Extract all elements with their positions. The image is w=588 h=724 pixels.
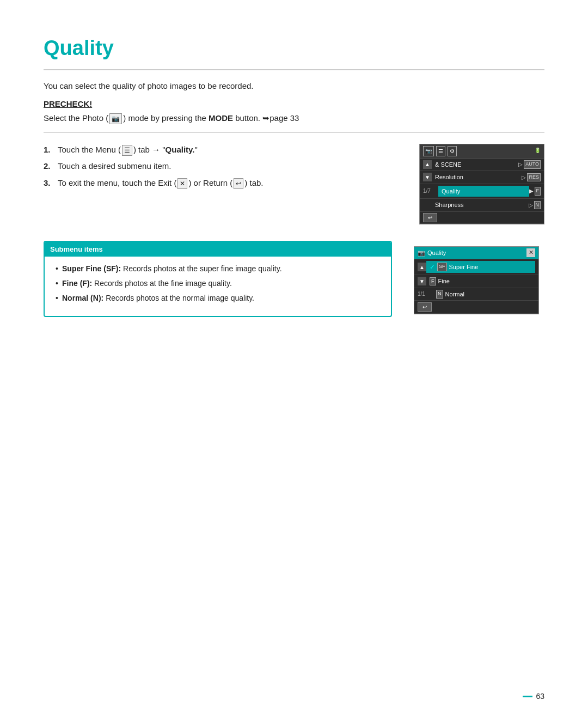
submenu-list: Super Fine (SF): Records photos at the s… (56, 263, 380, 304)
sharpness-item: Sharpness (432, 200, 529, 210)
return-icon: ↩ (234, 178, 243, 189)
list-tab-icon[interactable]: ☰ (436, 146, 445, 156)
submenu-item-fine: Fine (F): Records photos at the fine ima… (56, 278, 380, 289)
quality-up-row: ▲ ✓ SF Super Fine (414, 259, 538, 275)
resolution-value: ▷ RES (522, 173, 541, 182)
quality-item[interactable]: Quality (438, 186, 529, 197)
precheck-label: PRECHECK! (44, 98, 544, 111)
scene-item: & SCENE (432, 160, 518, 169)
check-icon: ✓ (430, 262, 435, 272)
sharpness-row: Sharpness ▷ N (420, 199, 544, 212)
menu-icon-group: 📷 ☰ ⚙ (423, 146, 457, 156)
step-3: 3. To exit the menu, touch the Exit (✕) … (44, 177, 392, 190)
battery-indicator: 🔋 (535, 147, 541, 155)
menu-top-bar: 📷 ☰ ⚙ 🔋 (420, 144, 544, 159)
resolution-item: Resolution (432, 173, 522, 182)
submenu-item-super-fine: Super Fine (SF): Records photos at the s… (56, 263, 380, 275)
sf-icon: SF (437, 263, 447, 271)
camera-tab-icon[interactable]: 📷 (423, 146, 434, 156)
exit-icon: ✕ (177, 178, 187, 189)
menu-icon: ☰ (122, 145, 132, 156)
quality-cam-icon: 📷 (418, 248, 425, 258)
quality-close-button[interactable]: ✕ (526, 248, 535, 257)
intro-text: You can select the quality of photo imag… (44, 80, 544, 93)
step-2-text: Touch a desired submenu item. (58, 160, 171, 173)
fine-desc: Records photos at the fine image quality… (94, 279, 232, 288)
super-fine-row[interactable]: ✓ SF Super Fine (426, 261, 535, 273)
fine-label: Fine (F): (62, 279, 92, 288)
quality-page-indicator: 1/1 (418, 290, 433, 298)
main-content-area: 1. Touch the Menu (☰) tab → "Quality." 2… (44, 144, 544, 224)
menu-down-row: ▼ Resolution ▷ RES (420, 171, 544, 184)
menu-back-row: ↩ (420, 212, 544, 224)
page-indicator: 1/7 (423, 187, 438, 195)
quality-down-button[interactable]: ▼ (418, 277, 426, 285)
normal-text: Normal (445, 290, 464, 299)
step-2-num: 2. (44, 160, 54, 173)
f-icon: F (430, 277, 436, 286)
quality-up-button[interactable]: ▲ (418, 263, 426, 271)
steps-list: 1. Touch the Menu (☰) tab → "Quality." 2… (44, 144, 392, 190)
auto-icon: AUTO (524, 160, 541, 169)
normal-label: Normal (N): (62, 294, 103, 302)
precheck-text: Select the Photo (📷) mode by pressing th… (44, 112, 544, 133)
super-fine-desc: Records photos at the super fine image q… (123, 264, 282, 273)
quality-value: ▶ F (529, 187, 541, 196)
normal-desc: Records photos at the normal image quali… (106, 294, 254, 302)
fine-row: ▼ F Fine (414, 275, 538, 288)
submenu-item-normal: Normal (N): Records photos at the normal… (56, 293, 380, 304)
super-fine-label: Super Fine (SF): (62, 264, 121, 273)
page-number: 63 (523, 691, 544, 702)
step-1: 1. Touch the Menu (☰) tab → "Quality." (44, 144, 392, 156)
submenu-title: Submenu items (45, 242, 391, 257)
menu-up-button[interactable]: ▲ (423, 160, 432, 169)
quality-row: 1/7 Quality ▶ F (420, 184, 544, 199)
quality-title-text: Quality (427, 248, 446, 258)
n-icon: N (436, 290, 443, 299)
scene-value: ▷ AUTO (518, 160, 541, 169)
menu-down-button[interactable]: ▼ (423, 173, 432, 181)
sharpness-value: ▷ N (529, 201, 541, 210)
gear-tab-icon[interactable]: ⚙ (448, 146, 457, 156)
submenu-box: Submenu items Super Fine (SF): Records p… (44, 241, 392, 318)
super-fine-text: Super Fine (449, 263, 479, 272)
menu-back-button[interactable]: ↩ (423, 213, 437, 222)
first-screenshot: 📷 ☰ ⚙ 🔋 ▲ & SCENE ▷ AUTO ▼ Resolution (414, 144, 544, 224)
instructions: 1. Touch the Menu (☰) tab → "Quality." 2… (44, 144, 392, 224)
quality-top-bar: 📷 Quality ✕ (414, 247, 538, 260)
step-1-num: 1. (44, 144, 54, 156)
quality-menu-title: 📷 Quality (418, 248, 446, 258)
res-icon: RES (527, 173, 541, 182)
quality-back-row: ↩ (414, 301, 538, 314)
photo-mode-icon: 📷 (109, 113, 122, 124)
fine-icon: F (535, 187, 541, 196)
normal-row: 1/1 N Normal (414, 288, 538, 301)
normal-menu-row[interactable]: N Normal (433, 290, 535, 299)
menu-up-row: ▲ & SCENE ▷ AUTO (420, 159, 544, 172)
fine-text: Fine (438, 277, 450, 286)
fine-menu-row[interactable]: F Fine (426, 277, 535, 286)
normal-icon: N (534, 201, 541, 210)
battery-icon: 🔋 (535, 147, 541, 155)
step-2: 2. Touch a desired submenu item. (44, 160, 392, 173)
page-title: Quality (44, 33, 544, 70)
camera-menu-ui: 📷 ☰ ⚙ 🔋 ▲ & SCENE ▷ AUTO ▼ Resolution (419, 144, 544, 224)
step-3-num: 3. (44, 177, 54, 190)
quality-menu-ui: 📷 Quality ✕ ▲ ✓ SF Super Fine ▼ F Fin (414, 246, 539, 315)
bottom-content-area: Submenu items Super Fine (SF): Records p… (44, 241, 544, 318)
step-1-text: Touch the Menu (☰) tab → "Quality." (58, 144, 198, 156)
quality-back-button[interactable]: ↩ (418, 302, 432, 312)
second-screenshot: 📷 Quality ✕ ▲ ✓ SF Super Fine ▼ F Fin (414, 241, 544, 318)
step-3-text: To exit the menu, touch the Exit (✕) or … (58, 177, 264, 190)
